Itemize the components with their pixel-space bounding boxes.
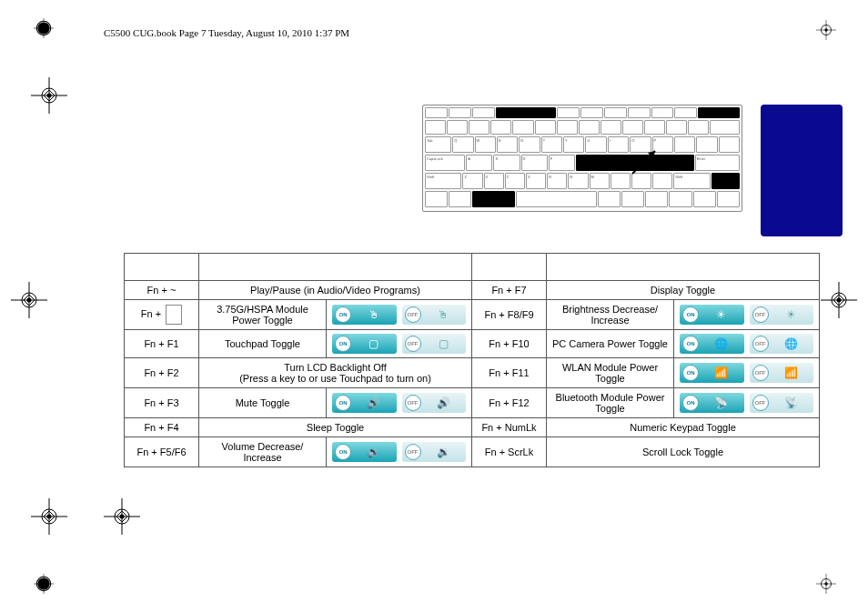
registration-mark-icon xyxy=(34,18,54,38)
toggle-off-icon: OFF▢ xyxy=(402,334,467,354)
icon-cell: ON🔉OFF🔉 xyxy=(327,437,472,467)
function-cell: Brightness Decrease/ Increase xyxy=(547,300,674,330)
crop-mark-icon xyxy=(11,282,47,318)
icon-cell: ON📶OFF📶 xyxy=(674,358,820,388)
icon-cell: ON🔊OFF🔊 xyxy=(327,388,472,418)
function-cell: Mute Toggle xyxy=(199,388,327,418)
crop-mark-icon xyxy=(104,498,140,535)
toggle-off-icon: OFF📶 xyxy=(750,363,814,383)
function-cell: Scroll Lock Toggle xyxy=(547,437,820,467)
key-cell: Fn + F4 xyxy=(125,418,199,437)
icon-cell: ON▢OFF▢ xyxy=(327,330,472,358)
toggle-on-icon: ON📶 xyxy=(680,363,744,383)
pointer-arrow-icon xyxy=(628,142,664,178)
toggle-off-icon: OFF🔉 xyxy=(402,442,467,462)
toggle-on-icon: ON🔉 xyxy=(332,442,397,462)
registration-mark-icon xyxy=(34,574,54,594)
toggle-on-icon: ON📡 xyxy=(680,393,744,413)
toggle-on-icon: ON🔊 xyxy=(332,393,397,413)
table-row: Fn + F4Sleep ToggleFn + NumLkNumeric Key… xyxy=(125,418,820,437)
crop-mark-icon xyxy=(821,282,857,318)
key-cell: Fn + ScrLk xyxy=(472,437,547,467)
table-row: Fn + F3Mute ToggleON🔊OFF🔊Fn + F12Bluetoo… xyxy=(125,388,820,418)
key-cell: Fn + xyxy=(125,300,199,330)
key-cell: Fn + F11 xyxy=(472,358,547,388)
esc-key-icon xyxy=(166,305,182,325)
registration-mark-icon xyxy=(816,20,836,40)
table-row: Fn + F1Touchpad ToggleON▢OFF▢Fn + F10PC … xyxy=(125,330,820,358)
icon-cell: ON☀OFF☀ xyxy=(674,300,820,330)
function-cell: Play/Pause (in Audio/Video Programs) xyxy=(199,281,472,300)
keyboard-illustration: TabQWERTYUIOP CapsLockASDFEnter ShiftZXC… xyxy=(422,105,742,223)
crop-mark-icon xyxy=(31,77,67,114)
toggle-off-icon: OFF🖱 xyxy=(402,305,467,325)
function-cell: WLAN Module Power Toggle xyxy=(547,358,674,388)
icon-cell: ON📡OFF📡 xyxy=(674,388,820,418)
function-cell: Numeric Keypad Toggle xyxy=(547,418,820,437)
function-cell: Sleep Toggle xyxy=(199,418,472,437)
icon-cell: ON🖱OFF🖱 xyxy=(327,300,472,330)
key-cell: Fn + F1 xyxy=(125,330,199,358)
table-row: Fn + F5/F6Volume Decrease/ IncreaseON🔉OF… xyxy=(125,437,820,467)
table-row: Fn + F2Turn LCD Backlight Off (Press a k… xyxy=(125,358,820,388)
key-cell: Fn + F12 xyxy=(472,388,547,418)
key-cell: Fn + ~ xyxy=(125,281,199,300)
toggle-off-icon: OFF📡 xyxy=(750,393,814,413)
function-cell: PC Camera Power Toggle xyxy=(547,330,674,358)
toggle-on-icon: ON🖱 xyxy=(332,305,397,325)
key-cell: Fn + F2 xyxy=(125,358,199,388)
toggle-on-icon: ON🌐 xyxy=(680,334,744,354)
function-cell: Volume Decrease/ Increase xyxy=(199,437,327,467)
table-row: Fn + 3.75G/HSPA Module Power ToggleON🖱OF… xyxy=(125,300,820,330)
key-cell: Fn + F7 xyxy=(472,281,547,300)
registration-mark-icon xyxy=(816,574,836,594)
function-cell: Touchpad Toggle xyxy=(199,330,327,358)
page-header: C5500 CUG.book Page 7 Tuesday, August 10… xyxy=(104,27,349,38)
toggle-off-icon: OFF🌐 xyxy=(750,334,814,354)
function-cell: 3.75G/HSPA Module Power Toggle xyxy=(199,300,327,330)
toggle-on-icon: ON▢ xyxy=(332,334,397,354)
key-cell: Fn + F10 xyxy=(472,330,547,358)
toggle-off-icon: OFF☀ xyxy=(750,305,814,325)
table-header-row xyxy=(125,254,820,281)
fn-key-table: Fn + ~Play/Pause (in Audio/Video Program… xyxy=(124,253,820,467)
key-cell: Fn + F3 xyxy=(125,388,199,418)
table-row: Fn + ~Play/Pause (in Audio/Video Program… xyxy=(125,281,820,300)
toggle-off-icon: OFF🔊 xyxy=(402,393,467,413)
function-cell: Bluetooth Module Power Toggle xyxy=(547,388,674,418)
crop-mark-icon xyxy=(31,498,67,535)
key-cell: Fn + F5/F6 xyxy=(125,437,199,467)
key-cell: Fn + F8/F9 xyxy=(472,300,547,330)
function-cell: Display Toggle xyxy=(547,281,820,300)
section-tab xyxy=(761,105,843,236)
function-cell: Turn LCD Backlight Off (Press a key to o… xyxy=(199,358,472,388)
key-cell: Fn + NumLk xyxy=(472,418,547,437)
icon-cell: ON🌐OFF🌐 xyxy=(674,330,820,358)
toggle-on-icon: ON☀ xyxy=(680,305,744,325)
